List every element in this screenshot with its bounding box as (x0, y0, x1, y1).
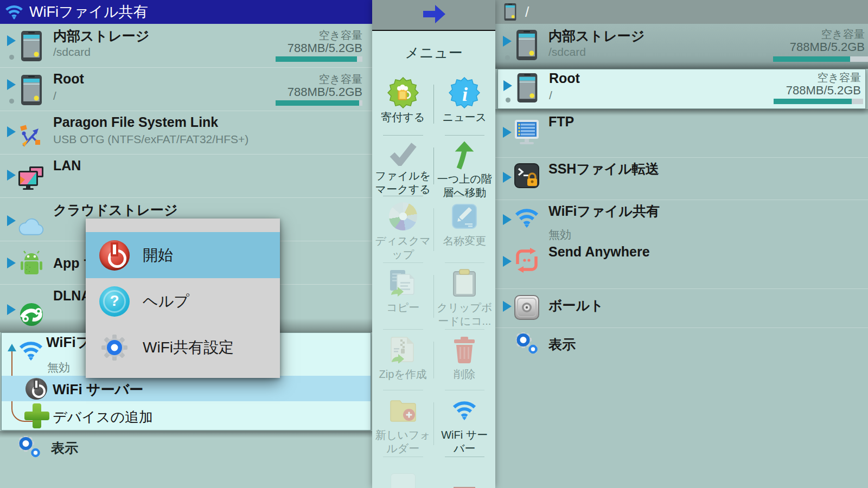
menu-item-label: 一つ上の階層へ移動 (436, 172, 493, 200)
storage-progress-bar (276, 100, 362, 106)
help-icon (99, 286, 130, 317)
list-item-show[interactable]: 表示 (0, 431, 372, 474)
storage-progress-bar (774, 99, 863, 104)
context-menu-item-help[interactable]: ヘルプ (86, 278, 280, 324)
news-info-icon: i (449, 77, 480, 108)
item-label: 表示 (51, 439, 78, 457)
item-title: Root (549, 70, 580, 86)
expand-triangle-icon[interactable] (7, 215, 16, 226)
free-space-label: 空き容量 (818, 70, 861, 85)
free-space-label: 空き容量 (319, 72, 362, 87)
pane-swap-button[interactable] (372, 0, 495, 31)
list-item-ssh[interactable]: SSHファイル転送 (495, 157, 868, 200)
menu-item-label: ファイルをマークする (374, 169, 432, 196)
menu-item-create-zip: Zipを作成 (372, 330, 434, 390)
expand-triangle-icon[interactable] (7, 170, 16, 181)
wifi-server-item[interactable]: WiFi サーバー (2, 376, 371, 401)
free-space-label: 空き容量 (821, 27, 865, 42)
document-icon (391, 473, 416, 488)
donate-beer-icon (387, 77, 419, 108)
item-title: 内部ストレージ (548, 27, 644, 45)
item-label: WiFi サーバー (53, 380, 143, 399)
delete-icon (452, 334, 477, 365)
left-pane-titlebar: WiFiファイル共有 (0, 0, 372, 24)
menu-item-mark-files[interactable]: ファイルをマークする (372, 136, 434, 196)
menu-item-partial (434, 457, 496, 488)
item-title: 内部ストレージ (53, 27, 149, 45)
expand-triangle-icon[interactable] (503, 36, 512, 47)
wifi-icon (4, 4, 24, 20)
app-screen: WiFiファイル共有 内部ストレージ /sdcard 空き容量 788MB/5.… (0, 0, 868, 488)
menu-item-wifi-server[interactable]: WiFi サーバー (434, 390, 496, 457)
expand-triangle-icon[interactable] (7, 304, 16, 315)
expand-triangle-icon[interactable] (503, 127, 512, 138)
list-item-internal-storage[interactable]: 内部ストレージ /sdcard 空き容量 788MB/5.2GB (0, 24, 372, 67)
create-zip-icon (390, 334, 417, 365)
expand-triangle-icon[interactable] (503, 172, 512, 183)
phone-storage-icon (514, 73, 540, 103)
free-space-value: 788MB/5.2GB (786, 84, 861, 98)
menu-item-copy: コピー (372, 263, 434, 330)
level-dot-icon (505, 55, 510, 60)
context-menu-item-start[interactable]: 開始 (86, 232, 280, 278)
menu-item-donate[interactable]: 寄付する (372, 73, 434, 136)
phone-storage-icon (504, 3, 516, 21)
list-item-paragon[interactable]: Paragon File System Link USB OTG (NTFS/e… (0, 111, 372, 154)
svg-text:i: i (462, 84, 468, 105)
menu-item-label: 新しいフォルダー (374, 428, 432, 455)
menu-title: メニュー (372, 43, 495, 62)
list-item-root[interactable]: Root / 空き容量 788MB/5.2GB (0, 67, 372, 111)
item-subtitle: / (549, 89, 552, 102)
arrow-right-blue-icon (422, 3, 446, 27)
level-dot-icon (9, 99, 14, 104)
list-item-lan[interactable]: LAN (0, 154, 372, 197)
expand-triangle-icon[interactable] (7, 79, 16, 90)
usb-otg-icon (18, 120, 44, 153)
expand-triangle-icon[interactable] (503, 80, 512, 91)
power-dark-icon (25, 378, 47, 400)
collapse-arrow-icon[interactable] (8, 344, 16, 351)
disk-map-icon (389, 201, 417, 232)
menu-item-disk-map: ディスクマップ (372, 196, 434, 263)
menu-item-news[interactable]: i ニュース (434, 73, 496, 136)
context-menu-item-wifi-settings[interactable]: WiFi共有設定 (86, 324, 280, 370)
item-label: デバイスの追加 (53, 408, 153, 427)
list-item-root-selected[interactable]: Root / 空き容量 788MB/5.2GB (497, 69, 866, 109)
send-anywhere-icon (514, 247, 540, 273)
expand-triangle-icon[interactable] (503, 214, 512, 225)
list-item-ftp[interactable]: FTP (495, 111, 868, 157)
item-subtitle: /sdcard (548, 46, 586, 59)
lan-icon (18, 162, 44, 196)
item-title: FTP (548, 114, 574, 130)
list-item-wifi-share[interactable]: WiFiファイル共有 無効 (495, 200, 868, 242)
check-mark-icon (388, 140, 418, 167)
context-menu-label: ヘルプ (143, 291, 189, 312)
menu-item-label: 削除 (454, 368, 475, 381)
right-pane: / 内部ストレージ /sdcard 空き容量 788MB/5.2GB Root (495, 0, 868, 488)
expand-triangle-icon[interactable] (503, 301, 512, 312)
expand-triangle-icon[interactable] (503, 256, 512, 267)
expand-triangle-icon[interactable] (7, 126, 16, 137)
menu-item-delete: 削除 (434, 330, 496, 390)
menu-item-go-up[interactable]: 一つ上の階層へ移動 (434, 136, 496, 196)
right-pane-pathbar[interactable]: / (495, 0, 868, 24)
item-title: LAN (53, 158, 81, 174)
rename-icon (452, 201, 477, 232)
elevation-shadow (495, 62, 868, 69)
status-text: 無効 (548, 227, 571, 242)
add-device-item[interactable]: デバイスの追加 (2, 401, 371, 431)
expand-triangle-icon[interactable] (7, 258, 16, 268)
list-item-show[interactable]: 表示 (495, 328, 868, 367)
list-item-vault[interactable]: ボールト (495, 288, 868, 328)
page-title: WiFiファイル共有 (29, 2, 148, 22)
free-space-value: 788MB/5.2GB (288, 41, 362, 55)
expand-triangle-icon[interactable] (7, 35, 16, 46)
list-item-send-anywhere[interactable]: Send Anywhere (495, 242, 868, 288)
ssh-terminal-icon (514, 163, 540, 188)
wifi-icon (514, 208, 540, 228)
item-title: クラウドストレージ (53, 201, 178, 219)
phone-storage-icon (18, 29, 44, 63)
gears-blue-icon (515, 332, 541, 355)
menu-item-copy-to-clipboard: クリップボードにコ... (434, 263, 496, 330)
gears-blue-icon (18, 436, 42, 461)
